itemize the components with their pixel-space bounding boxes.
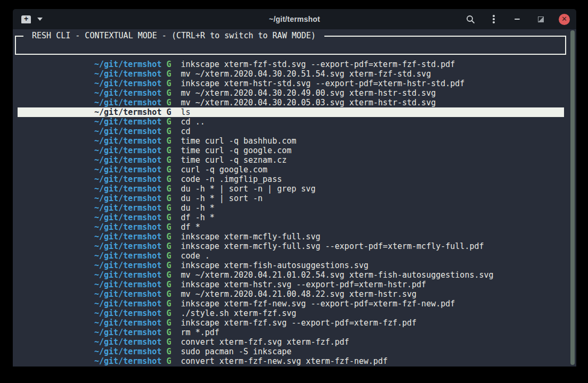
row-git-marker: G — [166, 222, 171, 232]
row-directory: ~/git/termshot — [94, 203, 161, 213]
row-git-marker: G — [166, 242, 171, 251]
row-directory: ~/git/termshot — [94, 165, 161, 174]
history-row[interactable]: ~/git/termshot G inkscape xterm-hstr.svg… — [18, 280, 564, 289]
minimize-icon — [514, 19, 520, 20]
scrollbar[interactable] — [570, 30, 575, 365]
row-command: time curl -q bashhub.com — [181, 136, 297, 146]
row-directory: ~/git/termshot — [94, 107, 161, 117]
history-row[interactable]: ~/git/termshot G code -n .imgflip_pass — [18, 174, 564, 184]
history-row[interactable]: ~/git/termshot G mv ~/xterm.2020.04.21.0… — [18, 270, 564, 280]
row-command: inkscape xterm-fzf-std.svg --export-pdf=… — [181, 60, 455, 69]
history-row[interactable]: ~/git/termshot G inkscape xterm-fzf.svg … — [18, 318, 564, 328]
history-row[interactable]: ~/git/termshot G time curl -q seznam.cz — [18, 155, 564, 165]
history-row[interactable]: ~/git/termshot G df -h * — [18, 213, 564, 222]
history-row[interactable]: ~/git/termshot G mv ~/xterm.2020.04.21.0… — [18, 289, 564, 299]
history-row[interactable]: ~/git/termshot G code . — [18, 251, 564, 261]
history-row[interactable]: ~/git/termshot G inkscape xterm-hstr-std… — [18, 79, 564, 88]
history-row[interactable]: ~/git/termshot G ./style.sh xterm-fzf.sv… — [18, 309, 564, 318]
row-command: df -h * — [181, 213, 215, 222]
row-git-marker: G — [166, 98, 171, 107]
row-directory: ~/git/termshot — [94, 117, 161, 127]
row-directory: ~/git/termshot — [94, 69, 161, 79]
row-git-marker: G — [166, 289, 171, 299]
row-git-marker: G — [166, 194, 171, 203]
row-directory: ~/git/termshot — [94, 328, 161, 337]
restore-button[interactable] — [535, 14, 546, 24]
history-row[interactable]: ~/git/termshot G sudo pacman -S inkscape — [18, 347, 564, 356]
row-command: cd — [181, 127, 191, 136]
row-git-marker: G — [166, 117, 171, 127]
history-row[interactable]: ~/git/termshot G inkscape xterm-mcfly-fu… — [18, 242, 564, 251]
row-command: code . — [181, 251, 210, 261]
history-row[interactable]: ~/git/termshot G df * — [18, 222, 564, 232]
row-command: rm *.pdf — [181, 328, 219, 337]
history-row[interactable]: ~/git/termshot G inkscape xterm-mcfly-fu… — [18, 232, 564, 242]
row-git-marker: G — [166, 261, 171, 270]
history-row[interactable]: ~/git/termshot G convert xterm-fzf.svg x… — [18, 337, 564, 347]
search-button[interactable] — [465, 14, 476, 24]
new-tab-button[interactable] — [20, 14, 32, 24]
titlebar-right-controls: ✕ — [465, 9, 570, 29]
history-row[interactable]: ~/git/termshot G du -h * | sort -n — [18, 194, 564, 203]
close-icon: ✕ — [561, 15, 567, 22]
row-git-marker: G — [166, 318, 171, 328]
row-git-marker: G — [166, 69, 171, 79]
history-row[interactable]: ~/git/termshot G rm *.pdf — [18, 328, 564, 337]
menu-button[interactable] — [488, 14, 499, 24]
row-command: ls — [181, 107, 191, 117]
row-directory: ~/git/termshot — [94, 337, 161, 347]
row-git-marker: G — [166, 328, 171, 337]
row-command: mv ~/xterm.2020.04.30.20.51.54.svg xterm… — [181, 69, 431, 79]
row-command: cd .. — [181, 117, 205, 127]
history-row[interactable]: ~/git/termshot G mv ~/xterm.2020.04.30.2… — [18, 98, 564, 107]
row-git-marker: G — [166, 232, 171, 242]
row-command: inkscape xterm-mcfly-full.svg — [181, 232, 321, 242]
history-row[interactable]: ~/git/termshot G time curl -q google.com — [18, 146, 564, 155]
row-command: code -n .imgflip_pass — [181, 174, 282, 184]
row-git-marker: G — [166, 337, 171, 347]
row-git-marker: G — [166, 356, 171, 366]
history-list: ~/git/termshot G inkscape xterm-fzf-std.… — [18, 60, 564, 366]
row-git-marker: G — [166, 184, 171, 194]
row-command: inkscape xterm-hstr.svg --export-pdf=xte… — [181, 280, 427, 289]
close-button[interactable]: ✕ — [559, 14, 570, 25]
row-directory: ~/git/termshot — [94, 213, 161, 222]
row-directory: ~/git/termshot — [94, 270, 161, 280]
history-row[interactable]: ~/git/termshot G inkscape xterm-fzf-std.… — [18, 60, 564, 69]
new-tab-icon — [21, 15, 31, 23]
row-command: inkscape xterm-mcfly-full.svg --export-p… — [181, 242, 484, 251]
history-row[interactable]: ~/git/termshot G mv ~/xterm.2020.04.30.2… — [18, 69, 564, 79]
row-command: curl -q google.com — [181, 165, 268, 174]
history-row[interactable]: ~/git/termshot G mv ~/xterm.2020.04.30.2… — [18, 88, 564, 98]
history-row-selected[interactable]: ~/git/termshot G ls — [18, 107, 564, 117]
row-command: inkscape xterm-fish-autosuggestions.svg — [181, 261, 369, 270]
row-directory: ~/git/termshot — [94, 318, 161, 328]
history-row[interactable]: ~/git/termshot G du -h * | sort -n | gre… — [18, 184, 564, 194]
minimize-button[interactable] — [512, 14, 522, 24]
row-git-marker: G — [166, 203, 171, 213]
row-git-marker: G — [166, 213, 171, 222]
resh-search-input[interactable] — [17, 38, 564, 53]
history-row[interactable]: ~/git/termshot G time curl -q bashhub.co… — [18, 136, 564, 146]
history-row[interactable]: ~/git/termshot G inkscape xterm-fish-aut… — [18, 261, 564, 270]
history-row[interactable]: ~/git/termshot G convert xterm-fzf-new.s… — [18, 356, 564, 366]
row-git-marker: G — [166, 127, 171, 136]
history-row[interactable]: ~/git/termshot G cd .. — [18, 117, 564, 127]
titlebar: ~/git/termshot ✕ — [13, 9, 576, 29]
row-git-marker: G — [166, 165, 171, 174]
row-command: df * — [181, 222, 200, 232]
row-command: du -h * | sort -n — [181, 194, 263, 203]
row-command: sudo pacman -S inkscape — [181, 347, 292, 356]
terminal-window: ~/git/termshot ✕ RESH CLI — [13, 9, 576, 367]
history-row[interactable]: ~/git/termshot G cd — [18, 127, 564, 136]
row-directory: ~/git/termshot — [94, 261, 161, 270]
history-row[interactable]: ~/git/termshot G curl -q google.com — [18, 165, 564, 174]
restore-icon — [538, 16, 544, 22]
chevron-down-icon[interactable] — [37, 18, 43, 21]
row-directory: ~/git/termshot — [94, 242, 161, 251]
history-row[interactable]: ~/git/termshot G du -h * — [18, 203, 564, 213]
row-command: time curl -q google.com — [181, 146, 292, 155]
row-git-marker: G — [166, 347, 171, 356]
history-row[interactable]: ~/git/termshot G inkscape xterm-fzf-new.… — [18, 299, 564, 309]
row-command: convert xterm-fzf-new.svg xterm-fzf-new.… — [181, 356, 388, 366]
